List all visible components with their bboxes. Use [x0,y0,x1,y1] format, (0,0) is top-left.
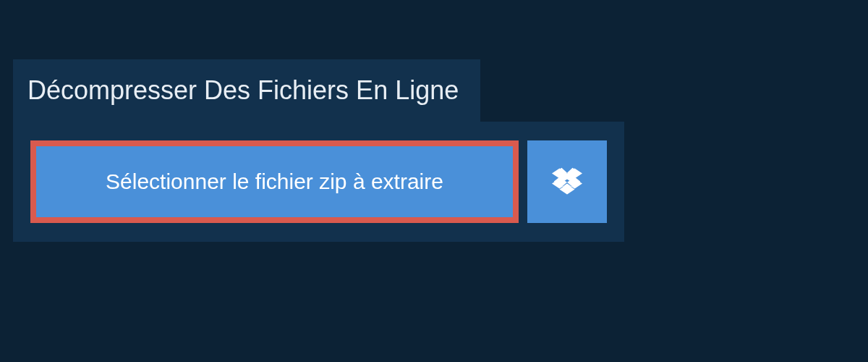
page-title-container: Décompresser Des Fichiers En Ligne [13,59,480,122]
upload-panel: Sélectionner le fichier zip à extraire [13,122,624,242]
select-zip-file-button[interactable]: Sélectionner le fichier zip à extraire [36,146,513,217]
select-file-highlight: Sélectionner le fichier zip à extraire [30,140,519,223]
page-title: Décompresser Des Fichiers En Ligne [13,59,480,122]
select-file-label: Sélectionner le fichier zip à extraire [106,169,443,194]
dropbox-icon [552,166,582,198]
dropbox-button[interactable] [527,140,607,223]
